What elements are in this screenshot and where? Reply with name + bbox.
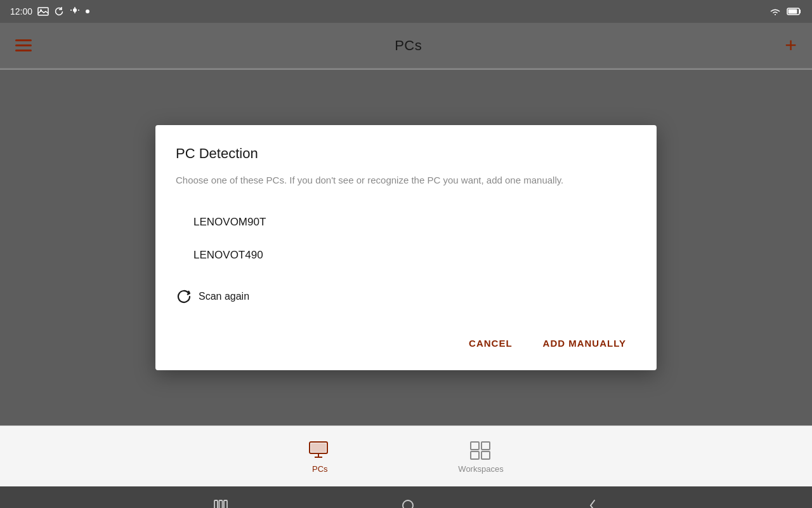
- wifi-icon: [769, 7, 782, 16]
- tab-workspaces[interactable]: Workspaces: [458, 439, 503, 474]
- svg-rect-16: [481, 451, 490, 459]
- pcs-nav-label: PCs: [312, 464, 328, 474]
- pcs-nav-icon: [308, 439, 331, 462]
- scan-again-button[interactable]: Scan again: [176, 279, 636, 314]
- svg-rect-8: [789, 10, 797, 14]
- page-title: PCs: [395, 37, 422, 54]
- dialog-description: Choose one of these PCs. If you don't se…: [176, 173, 636, 188]
- workspaces-nav-icon: [469, 439, 492, 462]
- workspaces-nav-label: Workspaces: [458, 464, 503, 474]
- gallery-icon: [37, 7, 49, 16]
- status-bar-left: 12:00: [10, 6, 89, 17]
- cancel-button[interactable]: CANCEL: [459, 331, 523, 355]
- pc-name-1: LENOVOT490: [193, 249, 263, 261]
- system-nav-bar: [0, 486, 812, 508]
- recent-apps-button[interactable]: [214, 499, 228, 508]
- dialog-actions: CANCEL ADD MANUALLY: [176, 326, 636, 355]
- grid-icon: [469, 441, 492, 460]
- svg-rect-15: [471, 451, 479, 459]
- svg-rect-13: [471, 442, 479, 450]
- scan-again-label: Scan again: [199, 291, 249, 302]
- svg-rect-20: [403, 500, 413, 508]
- svg-rect-0: [38, 8, 48, 15]
- back-icon: [588, 498, 598, 508]
- dialog-title: PC Detection: [176, 145, 636, 162]
- battery-icon: [787, 7, 802, 16]
- weather-icon: [69, 7, 81, 16]
- tab-pcs[interactable]: PCs: [308, 439, 331, 474]
- dialog-backdrop: PC Detection Choose one of these PCs. If…: [0, 70, 812, 425]
- pc-name-0: LENOVOM90T: [193, 216, 266, 228]
- status-bar-right: [769, 7, 802, 16]
- svg-point-2: [73, 8, 77, 12]
- bottom-navigation: PCs Workspaces: [0, 425, 812, 486]
- pc-detection-dialog: PC Detection Choose one of these PCs. If…: [155, 125, 657, 370]
- home-icon: [401, 498, 415, 508]
- recent-icon: [214, 499, 228, 508]
- app-bar: PCs +: [0, 23, 812, 69]
- pc-list: LENOVOM90T LENOVOT490: [176, 206, 636, 272]
- pc-item-0[interactable]: LENOVOM90T: [176, 206, 636, 239]
- pc-item-1[interactable]: LENOVOT490: [176, 239, 636, 272]
- time-display: 12:00: [10, 6, 32, 17]
- svg-rect-19: [224, 500, 227, 508]
- sync-icon: [54, 6, 64, 17]
- svg-rect-14: [481, 442, 490, 450]
- back-button[interactable]: [588, 498, 598, 508]
- svg-rect-17: [214, 500, 218, 508]
- svg-rect-12: [311, 443, 326, 452]
- refresh-icon: [176, 288, 192, 305]
- svg-rect-18: [219, 500, 222, 508]
- add-button[interactable]: +: [785, 34, 797, 57]
- home-button[interactable]: [401, 498, 415, 508]
- main-content: PC Detection Choose one of these PCs. If…: [0, 70, 812, 425]
- add-manually-button[interactable]: ADD MANUALLY: [533, 331, 636, 355]
- monitor-icon: [308, 441, 331, 460]
- dot-indicator: [86, 10, 89, 13]
- status-bar: 12:00: [0, 0, 812, 23]
- menu-button[interactable]: [15, 39, 32, 51]
